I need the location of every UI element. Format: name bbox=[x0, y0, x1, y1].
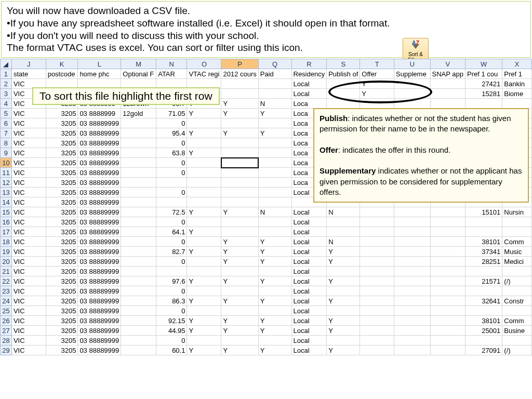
cell-J17[interactable]: VIC bbox=[11, 227, 46, 237]
cell-O7[interactable]: Y bbox=[187, 128, 221, 138]
cell-J8[interactable]: VIC bbox=[11, 138, 46, 148]
cell-M20[interactable] bbox=[121, 257, 156, 267]
cell-N15[interactable]: 72.5 bbox=[156, 207, 187, 217]
cell-Q21[interactable] bbox=[258, 267, 291, 276]
cell-S21[interactable] bbox=[327, 267, 360, 276]
cell-J7[interactable]: VIC bbox=[11, 128, 46, 138]
cell-W4[interactable] bbox=[466, 99, 502, 109]
cell-N5[interactable]: 71.05 bbox=[156, 109, 187, 118]
cell-Q28[interactable] bbox=[258, 336, 291, 345]
row-header-4[interactable]: 4 bbox=[1, 99, 12, 109]
cell-L9[interactable]: 03 88889999 bbox=[78, 148, 121, 158]
cell-X21[interactable] bbox=[502, 267, 532, 276]
cell-J16[interactable]: VIC bbox=[11, 217, 46, 227]
row-header-20[interactable]: 20 bbox=[1, 257, 12, 267]
cell-K6[interactable]: 3205 bbox=[46, 118, 78, 128]
cell-Q16[interactable] bbox=[258, 217, 291, 227]
col-header-L[interactable]: L bbox=[78, 59, 121, 69]
cell-Q23[interactable] bbox=[258, 286, 291, 296]
cell-J24[interactable]: VIC bbox=[11, 296, 46, 306]
row-header-22[interactable]: 22 bbox=[1, 276, 12, 286]
cell-M28[interactable] bbox=[121, 336, 156, 345]
cell-Q6[interactable] bbox=[258, 118, 291, 128]
cell-K26[interactable]: 3205 bbox=[46, 316, 78, 326]
cell-X2[interactable]: Bankin bbox=[502, 79, 532, 89]
cell-X1[interactable]: Pref 1 bbox=[502, 69, 532, 79]
cell-K1[interactable]: postcode bbox=[46, 69, 78, 79]
cell-P24[interactable]: Y bbox=[221, 296, 258, 306]
cell-L29[interactable]: 03 88889999 bbox=[78, 345, 121, 355]
cell-J15[interactable]: VIC bbox=[11, 207, 46, 217]
cell-W22[interactable]: 21571 bbox=[466, 276, 502, 286]
cell-P1[interactable]: 2012 cours bbox=[221, 69, 258, 79]
cell-Q2[interactable] bbox=[258, 79, 291, 89]
cell-V26[interactable] bbox=[430, 316, 465, 326]
cell-O11[interactable] bbox=[187, 168, 221, 178]
cell-R29[interactable]: Local bbox=[291, 345, 327, 355]
cell-V25[interactable] bbox=[430, 306, 465, 316]
cell-J19[interactable]: VIC bbox=[11, 247, 46, 257]
cell-N9[interactable]: 63.8 bbox=[156, 148, 187, 158]
cell-R21[interactable]: Local bbox=[291, 267, 327, 276]
cell-L15[interactable]: 03 88889999 bbox=[78, 207, 121, 217]
cell-P22[interactable]: Y bbox=[221, 276, 258, 286]
cell-S26[interactable]: Y bbox=[327, 316, 360, 326]
cell-X3[interactable]: Biome bbox=[502, 89, 532, 99]
cell-L12[interactable]: 03 88889999 bbox=[78, 178, 121, 188]
cell-W3[interactable]: 15281 bbox=[466, 89, 502, 99]
cell-X18[interactable]: Comm bbox=[502, 237, 532, 247]
cell-R1[interactable]: Residency bbox=[291, 69, 327, 79]
cell-S2[interactable] bbox=[327, 79, 360, 89]
cell-X26[interactable]: Comm bbox=[502, 316, 532, 326]
col-header-W[interactable]: W bbox=[466, 59, 502, 69]
cell-X19[interactable]: Music bbox=[502, 247, 532, 257]
cell-Q24[interactable]: Y bbox=[258, 296, 291, 306]
cell-K12[interactable]: 3205 bbox=[46, 178, 78, 188]
cell-S22[interactable]: Y bbox=[327, 276, 360, 286]
cell-M14[interactable] bbox=[121, 197, 156, 207]
cell-M23[interactable] bbox=[121, 286, 156, 296]
cell-L5[interactable]: 03 8888999 bbox=[78, 109, 121, 118]
cell-O22[interactable]: Y bbox=[187, 276, 221, 286]
cell-L8[interactable]: 03 88889999 bbox=[78, 138, 121, 148]
cell-P25[interactable] bbox=[221, 306, 258, 316]
cell-J22[interactable]: VIC bbox=[11, 276, 46, 286]
cell-N24[interactable]: 86.3 bbox=[156, 296, 187, 306]
cell-K13[interactable]: 3205 bbox=[46, 188, 78, 197]
cell-J13[interactable]: VIC bbox=[11, 188, 46, 197]
cell-N11[interactable]: 0 bbox=[156, 168, 187, 178]
cell-O26[interactable]: Y bbox=[187, 316, 221, 326]
cell-Q17[interactable] bbox=[258, 227, 291, 237]
row-header-8[interactable]: 8 bbox=[1, 138, 12, 148]
row-header-27[interactable]: 27 bbox=[1, 326, 12, 336]
cell-S17[interactable] bbox=[327, 227, 360, 237]
cell-T21[interactable] bbox=[360, 267, 394, 276]
cell-Q13[interactable] bbox=[258, 188, 291, 197]
cell-P13[interactable] bbox=[221, 188, 258, 197]
cell-O20[interactable] bbox=[187, 257, 221, 267]
cell-K16[interactable]: 3205 bbox=[46, 217, 78, 227]
cell-R2[interactable]: Local bbox=[291, 79, 327, 89]
row-header-16[interactable]: 16 bbox=[1, 217, 12, 227]
cell-S1[interactable]: Publish of bbox=[327, 69, 360, 79]
cell-Q26[interactable]: Y bbox=[258, 316, 291, 326]
cell-Q8[interactable] bbox=[258, 138, 291, 148]
cell-L18[interactable]: 03 88889999 bbox=[78, 237, 121, 247]
cell-U22[interactable] bbox=[394, 276, 430, 286]
cell-P21[interactable] bbox=[221, 267, 258, 276]
cell-M24[interactable] bbox=[121, 296, 156, 306]
cell-N27[interactable]: 44.95 bbox=[156, 326, 187, 336]
cell-U19[interactable] bbox=[394, 247, 430, 257]
cell-R17[interactable]: Local bbox=[291, 227, 327, 237]
cell-R27[interactable]: Local bbox=[291, 326, 327, 336]
cell-W25[interactable] bbox=[466, 306, 502, 316]
cell-U23[interactable] bbox=[394, 286, 430, 296]
cell-K15[interactable]: 3205 bbox=[46, 207, 78, 217]
cell-P27[interactable]: Y bbox=[221, 326, 258, 336]
cell-S20[interactable]: Y bbox=[327, 257, 360, 267]
cell-V19[interactable] bbox=[430, 247, 465, 257]
cell-N21[interactable] bbox=[156, 267, 187, 276]
col-header-S[interactable]: S bbox=[327, 59, 360, 69]
cell-P28[interactable] bbox=[221, 336, 258, 345]
cell-S29[interactable]: Y bbox=[327, 345, 360, 355]
